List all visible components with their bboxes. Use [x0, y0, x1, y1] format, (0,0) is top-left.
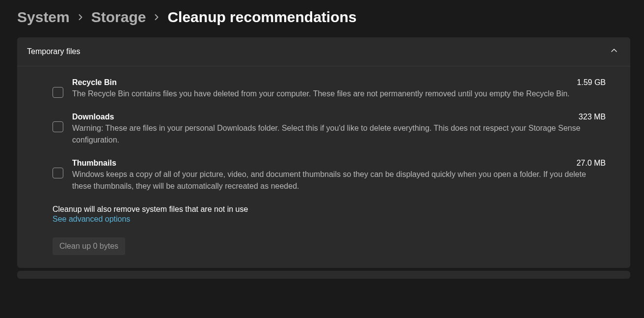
item-title: Recycle Bin — [72, 78, 117, 87]
item-content: Thumbnails 27.0 MB Windows keeps a copy … — [72, 159, 606, 192]
cleanup-item-thumbnails: Thumbnails 27.0 MB Windows keeps a copy … — [53, 159, 606, 192]
item-size: 1.59 GB — [577, 78, 606, 87]
item-content: Recycle Bin 1.59 GB The Recycle Bin cont… — [72, 78, 606, 100]
item-description: The Recycle Bin contains files you have … — [72, 88, 606, 100]
temporary-files-card: Temporary files Recycle Bin 1.59 GB The … — [17, 37, 630, 268]
footer-note: Cleanup will also remove system files th… — [53, 205, 606, 214]
breadcrumb: System Storage Cleanup recommendations — [0, 0, 644, 37]
item-title: Downloads — [72, 113, 114, 121]
breadcrumb-storage[interactable]: Storage — [91, 9, 146, 26]
item-header: Recycle Bin 1.59 GB — [72, 78, 606, 87]
chevron-right-icon — [78, 14, 83, 20]
checkbox-thumbnails[interactable] — [53, 168, 63, 178]
item-header: Thumbnails 27.0 MB — [72, 159, 606, 168]
item-title: Thumbnails — [72, 159, 116, 168]
chevron-up-icon — [611, 47, 617, 56]
item-size: 27.0 MB — [576, 159, 606, 168]
item-header: Downloads 323 MB — [72, 113, 606, 121]
checkbox-recycle-bin[interactable] — [53, 87, 63, 98]
page-title: Cleanup recommendations — [167, 9, 356, 26]
item-description: Warning: These are files in your persona… — [72, 122, 606, 146]
next-section-card[interactable] — [17, 271, 630, 279]
checkbox-downloads[interactable] — [53, 121, 63, 132]
item-content: Downloads 323 MB Warning: These are file… — [72, 113, 606, 146]
cleanup-item-recycle-bin: Recycle Bin 1.59 GB The Recycle Bin cont… — [53, 78, 606, 100]
item-size: 323 MB — [579, 113, 606, 121]
cleanup-item-downloads: Downloads 323 MB Warning: These are file… — [53, 113, 606, 146]
breadcrumb-system[interactable]: System — [17, 9, 70, 26]
chevron-right-icon — [154, 14, 160, 20]
section-header-temporary-files[interactable]: Temporary files — [17, 37, 630, 66]
section-title: Temporary files — [27, 47, 80, 56]
section-body: Recycle Bin 1.59 GB The Recycle Bin cont… — [17, 66, 630, 268]
advanced-options-link[interactable]: See advanced options — [53, 215, 130, 224]
item-description: Windows keeps a copy of all of your pict… — [72, 169, 606, 192]
cleanup-button[interactable]: Clean up 0 bytes — [53, 237, 125, 255]
